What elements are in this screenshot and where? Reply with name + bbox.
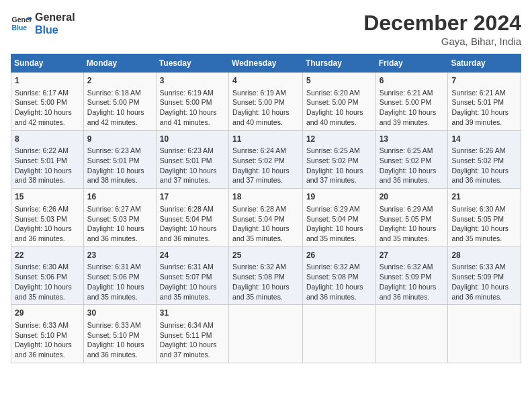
day-number: 14: [451, 134, 517, 145]
day-number: 20: [380, 191, 445, 203]
daylight: Daylight: 10 hours and 40 minutes.: [306, 108, 363, 126]
sunrise: Sunrise: 6:31 AM: [87, 263, 141, 271]
daylight: Daylight: 10 hours and 42 minutes.: [87, 108, 144, 126]
day-cell-3: 3Sunrise: 6:19 AMSunset: 5:00 PMDaylight…: [156, 73, 228, 131]
day-number: 28: [451, 250, 517, 261]
sunrise: Sunrise: 6:26 AM: [15, 205, 69, 213]
col-header-wednesday: Wednesday: [229, 54, 303, 73]
sunset: Sunset: 5:03 PM: [15, 215, 67, 223]
page-header: General Blue General Blue December 2024 …: [11, 11, 521, 47]
sunset: Sunset: 5:04 PM: [306, 215, 359, 223]
day-cell-14: 14Sunrise: 6:26 AMSunset: 5:02 PMDayligh…: [448, 130, 521, 189]
daylight: Daylight: 10 hours and 36 minutes.: [15, 224, 72, 242]
day-number: 10: [160, 134, 225, 145]
sunset: Sunset: 5:04 PM: [160, 215, 212, 223]
daylight: Daylight: 10 hours and 36 minutes.: [380, 283, 437, 301]
sunset: Sunset: 5:00 PM: [15, 98, 67, 106]
col-header-friday: Friday: [375, 54, 448, 73]
sunset: Sunset: 5:08 PM: [232, 273, 285, 281]
daylight: Daylight: 10 hours and 36 minutes.: [451, 167, 508, 185]
sunrise: Sunrise: 6:29 AM: [380, 205, 433, 213]
sunrise: Sunrise: 6:24 AM: [232, 146, 286, 154]
calendar-table: SundayMondayTuesdayWednesdayThursdayFrid…: [11, 54, 521, 363]
sunrise: Sunrise: 6:30 AM: [451, 205, 505, 213]
daylight: Daylight: 10 hours and 36 minutes.: [451, 283, 508, 301]
sunrise: Sunrise: 6:33 AM: [87, 321, 141, 329]
day-cell-9: 9Sunrise: 6:23 AMSunset: 5:01 PMDaylight…: [83, 130, 156, 189]
daylight: Daylight: 10 hours and 35 minutes.: [306, 224, 363, 242]
sunrise: Sunrise: 6:23 AM: [160, 146, 214, 154]
sunset: Sunset: 5:04 PM: [232, 215, 285, 223]
daylight: Daylight: 10 hours and 35 minutes.: [87, 283, 144, 301]
week-row-4: 22Sunrise: 6:30 AMSunset: 5:06 PMDayligh…: [11, 246, 521, 305]
day-number: 29: [15, 308, 80, 319]
daylight: Daylight: 10 hours and 36 minutes.: [380, 167, 437, 185]
month-title: December 2024: [363, 11, 521, 36]
day-cell-13: 13Sunrise: 6:25 AMSunset: 5:02 PMDayligh…: [375, 130, 448, 189]
sunset: Sunset: 5:01 PM: [451, 98, 504, 106]
sunrise: Sunrise: 6:23 AM: [87, 146, 141, 154]
sunset: Sunset: 5:01 PM: [15, 156, 67, 165]
week-row-3: 15Sunrise: 6:26 AMSunset: 5:03 PMDayligh…: [11, 189, 521, 247]
day-number: 31: [160, 308, 225, 319]
day-cell-8: 8Sunrise: 6:22 AMSunset: 5:01 PMDaylight…: [11, 130, 84, 189]
day-cell-22: 22Sunrise: 6:30 AMSunset: 5:06 PMDayligh…: [11, 246, 84, 305]
day-cell-5: 5Sunrise: 6:20 AMSunset: 5:00 PMDaylight…: [302, 73, 375, 131]
sunrise: Sunrise: 6:34 AM: [160, 321, 214, 329]
sunset: Sunset: 5:09 PM: [451, 273, 504, 281]
sunset: Sunset: 5:02 PM: [451, 156, 504, 165]
day-cell-empty: [375, 305, 448, 363]
svg-text:Blue: Blue: [12, 24, 28, 32]
sunrise: Sunrise: 6:28 AM: [160, 205, 214, 213]
sunrise: Sunrise: 6:27 AM: [87, 205, 141, 213]
sunset: Sunset: 5:00 PM: [160, 98, 212, 106]
day-cell-30: 30Sunrise: 6:33 AMSunset: 5:10 PMDayligh…: [83, 305, 156, 363]
day-cell-15: 15Sunrise: 6:26 AMSunset: 5:03 PMDayligh…: [11, 189, 84, 247]
location: Gaya, Bihar, India: [363, 36, 521, 47]
sunrise: Sunrise: 6:30 AM: [15, 263, 69, 271]
day-cell-24: 24Sunrise: 6:31 AMSunset: 5:07 PMDayligh…: [156, 246, 228, 305]
day-cell-empty: [302, 305, 375, 363]
sunrise: Sunrise: 6:29 AM: [306, 205, 360, 213]
sunrise: Sunrise: 6:25 AM: [380, 146, 433, 154]
sunrise: Sunrise: 6:21 AM: [380, 89, 433, 97]
sunset: Sunset: 5:00 PM: [306, 98, 359, 106]
sunset: Sunset: 5:05 PM: [451, 215, 504, 223]
day-number: 16: [87, 191, 152, 203]
day-number: 12: [306, 134, 372, 145]
day-cell-29: 29Sunrise: 6:33 AMSunset: 5:10 PMDayligh…: [11, 305, 84, 363]
sunrise: Sunrise: 6:25 AM: [306, 146, 360, 154]
sunrise: Sunrise: 6:32 AM: [232, 263, 286, 271]
day-cell-27: 27Sunrise: 6:32 AMSunset: 5:09 PMDayligh…: [375, 246, 448, 305]
day-number: 30: [87, 308, 152, 319]
day-number: 18: [232, 191, 299, 203]
daylight: Daylight: 10 hours and 41 minutes.: [160, 108, 217, 126]
logo-general: General: [35, 11, 75, 24]
sunrise: Sunrise: 6:18 AM: [87, 89, 141, 97]
sunset: Sunset: 5:01 PM: [160, 156, 212, 165]
day-cell-20: 20Sunrise: 6:29 AMSunset: 5:05 PMDayligh…: [375, 189, 448, 247]
daylight: Daylight: 10 hours and 37 minutes.: [306, 167, 363, 185]
day-number: 27: [380, 250, 445, 261]
sunrise: Sunrise: 6:19 AM: [232, 89, 286, 97]
daylight: Daylight: 10 hours and 39 minutes.: [380, 108, 437, 126]
day-cell-19: 19Sunrise: 6:29 AMSunset: 5:04 PMDayligh…: [302, 189, 375, 247]
sunset: Sunset: 5:10 PM: [15, 331, 67, 339]
day-cell-7: 7Sunrise: 6:21 AMSunset: 5:01 PMDaylight…: [448, 73, 521, 131]
sunrise: Sunrise: 6:31 AM: [160, 263, 214, 271]
col-header-tuesday: Tuesday: [156, 54, 228, 73]
sunset: Sunset: 5:02 PM: [306, 156, 359, 165]
daylight: Daylight: 10 hours and 38 minutes.: [15, 167, 72, 185]
daylight: Daylight: 10 hours and 40 minutes.: [232, 108, 290, 126]
day-cell-11: 11Sunrise: 6:24 AMSunset: 5:02 PMDayligh…: [229, 130, 303, 189]
sunrise: Sunrise: 6:32 AM: [306, 263, 360, 271]
day-cell-21: 21Sunrise: 6:30 AMSunset: 5:05 PMDayligh…: [448, 189, 521, 247]
daylight: Daylight: 10 hours and 36 minutes.: [15, 340, 72, 359]
daylight: Daylight: 10 hours and 37 minutes.: [160, 340, 217, 359]
sunset: Sunset: 5:03 PM: [87, 215, 140, 223]
col-header-thursday: Thursday: [302, 54, 375, 73]
daylight: Daylight: 10 hours and 37 minutes.: [160, 167, 217, 185]
daylight: Daylight: 10 hours and 35 minutes.: [380, 224, 437, 242]
sunset: Sunset: 5:05 PM: [380, 215, 432, 223]
col-header-sunday: Sunday: [11, 54, 84, 73]
